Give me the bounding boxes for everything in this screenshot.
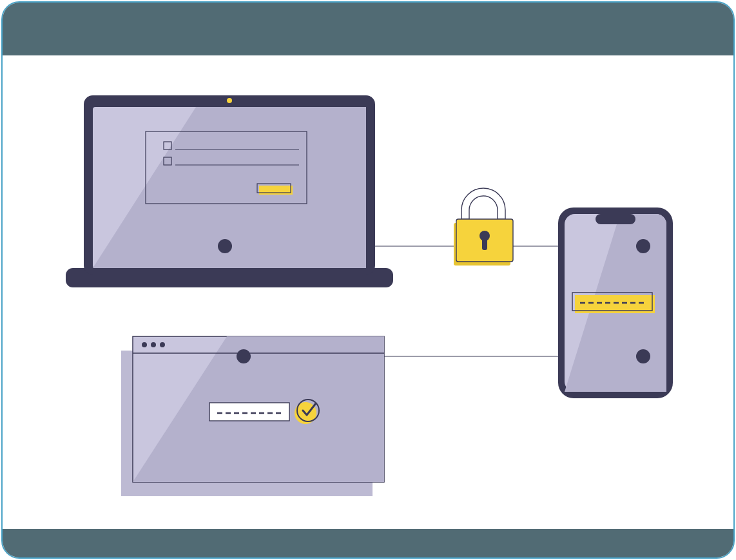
- diagram-card: [1, 1, 735, 559]
- login-submit-shadow: [259, 186, 293, 195]
- browser-dot-3: [160, 342, 165, 347]
- smartphone: [558, 208, 673, 398]
- laptop-camera-icon: [227, 98, 232, 103]
- bottom-band: [3, 529, 733, 557]
- diagram-stage: [3, 55, 733, 529]
- browser-dot-2: [151, 342, 156, 347]
- browser-node-dot: [237, 349, 251, 363]
- lock-shackle: [461, 188, 505, 219]
- top-band: [3, 3, 733, 55]
- laptop: [66, 95, 393, 287]
- phone-notch: [596, 214, 635, 224]
- browser-code-bg: [209, 403, 289, 421]
- lock-icon: [454, 188, 513, 266]
- browser-window: [121, 336, 384, 496]
- laptop-node-dot: [218, 239, 232, 253]
- auth-diagram-svg: [3, 55, 733, 532]
- browser-dot-1: [142, 342, 147, 347]
- phone-node-top: [636, 239, 650, 253]
- phone-node-bottom: [636, 349, 650, 363]
- lock-keyhole-stem: [482, 238, 487, 250]
